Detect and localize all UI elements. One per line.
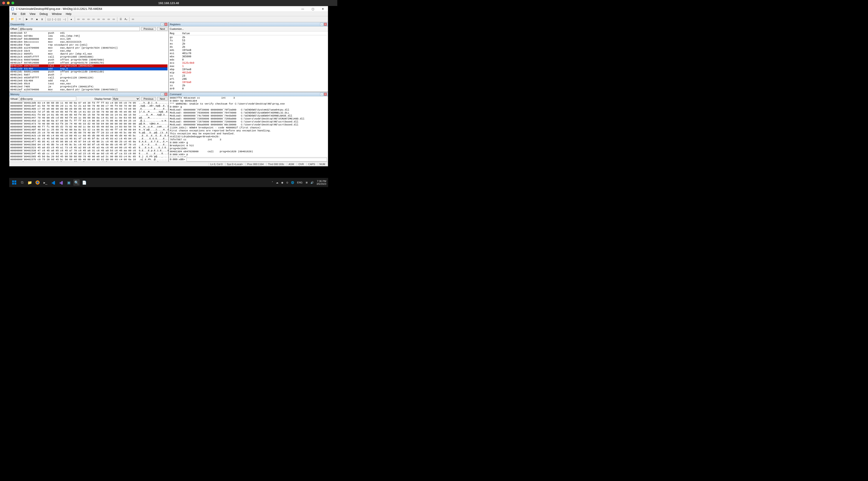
disasm-line[interactable]: 004013ca 6860704000 push offset prog+0x7…	[10, 58, 167, 61]
window-maximize-button[interactable]: ▢	[308, 6, 318, 12]
disasm-line[interactable]: 004013c5 e836fcffff call prog+0x1000 (00…	[10, 56, 167, 58]
tray-steam-icon[interactable]: ◉	[281, 181, 283, 184]
menu-window[interactable]: Window	[50, 12, 63, 16]
window-minimize-button[interactable]: —	[298, 6, 308, 12]
register-row[interactable]: edx0	[170, 58, 327, 61]
disasm-line[interactable]: 004013ab 57 push edi	[10, 32, 167, 35]
disasm-line[interactable]: 004013b9 f3ab rep stosdword ptr es:[edi]	[10, 43, 167, 47]
window-close-button[interactable]: ✕	[318, 6, 328, 12]
tray-chevron-icon[interactable]: ˄	[272, 181, 273, 184]
toolbar-stop-icon[interactable]: ■	[35, 17, 39, 22]
menu-help[interactable]: Help	[64, 12, 73, 16]
start-button[interactable]	[11, 179, 18, 186]
menu-file[interactable]: File	[10, 12, 18, 16]
toolbar-step-out-icon[interactable]: {↑}	[57, 17, 61, 22]
register-row[interactable]: gs2b	[170, 36, 327, 39]
pane-menu-icon[interactable]: ▫	[320, 23, 323, 26]
vscode-icon[interactable]	[50, 179, 56, 186]
disasm-line[interactable]: 004013dc 68d0114000 push offset prog+0x1…	[10, 70, 167, 73]
tray-network-icon[interactable]: 🖥	[305, 181, 308, 184]
windbg-taskbar-icon[interactable]: 🔍	[73, 179, 80, 186]
tray-security-icon[interactable]: ⊙	[286, 181, 288, 184]
disasm-previous-button[interactable]: Previous	[141, 27, 156, 31]
pane-menu-icon[interactable]: ▫	[320, 93, 323, 96]
register-row[interactable]: eax1	[170, 65, 327, 68]
windows-taskbar[interactable]: ⧉ 📁 ▸_ ▣ 🔍 📄 ˄ ☁ ◉ ⊙ 🌐 ENG 🖥 🔊 7:36 PM 3…	[9, 178, 328, 187]
register-row[interactable]: ecx3125c9b9	[170, 61, 327, 65]
disasm-line[interactable]: 004013bb a124704000 mov eax,dword ptr [p…	[10, 47, 167, 50]
pane-close-icon[interactable]: ✕	[324, 23, 327, 26]
toolbar-break-icon[interactable]: ⏸	[40, 17, 44, 22]
toolbar-registers-window-icon[interactable]: ▭	[91, 17, 96, 22]
toolbar-locals-window-icon[interactable]: ▭	[86, 17, 91, 22]
register-row[interactable]: ebx365000	[170, 55, 327, 58]
app-icon-1[interactable]: ▣	[65, 179, 72, 186]
toolbar-restart-icon[interactable]: ⟳	[30, 17, 34, 22]
disasm-line[interactable]: 004013e3 e838fdffff call prog+0x1120 (00…	[10, 76, 167, 79]
pane-menu-icon[interactable]: ▫	[161, 93, 164, 96]
disasm-line[interactable]: 004013eb 85c0 test eax,eax	[10, 82, 167, 85]
register-row[interactable]: dr00	[170, 87, 327, 90]
menu-edit[interactable]: Edit	[19, 12, 27, 16]
offset-input[interactable]	[19, 27, 140, 31]
register-row[interactable]: esi401cf0	[170, 52, 327, 55]
notepad-icon[interactable]: 📄	[81, 179, 88, 186]
disasm-line[interactable]: 004013ef a158704000 mov eax,dword ptr [p…	[10, 88, 167, 91]
register-row[interactable]: efl246	[170, 78, 327, 81]
tray-globe-icon[interactable]: 🌐	[291, 181, 294, 184]
disasm-line[interactable]: 004013b4 b8cccccccc mov eax,0CCCCCCCCh	[10, 40, 167, 43]
toolbar-go-icon[interactable]: ▶	[25, 17, 29, 22]
command-input[interactable]	[187, 158, 327, 161]
register-row[interactable]: fs53	[170, 39, 327, 42]
terminal-icon[interactable]: ▸_	[42, 179, 49, 186]
toolbar-callstack-window-icon[interactable]: ▭	[101, 17, 106, 22]
toolbar-disassembly-window-icon[interactable]: ▭	[106, 17, 111, 22]
task-view-icon[interactable]: ⧉	[19, 179, 25, 186]
toolbar-breakpoint-icon[interactable]: ●	[69, 17, 73, 22]
toolbar-command-window-icon[interactable]: ▭	[76, 17, 81, 22]
file-explorer-icon[interactable]: 📁	[27, 179, 33, 186]
customize-link[interactable]: Customize...	[170, 28, 184, 30]
toolbar-watch-window-icon[interactable]: ▭	[81, 17, 86, 22]
disasm-line[interactable]: 004013ed 7405 je prog+0x13f4 (004013f4)	[10, 85, 167, 88]
pane-close-icon[interactable]: ✕	[164, 23, 167, 26]
disasm-line[interactable]: 004013cf 6870514000 push offset prog+0x5…	[10, 61, 167, 64]
register-row[interactable]: eip4013d9	[170, 71, 327, 74]
disasm-line[interactable]: 004013c0 33c5 xor eax,ebp	[10, 50, 167, 53]
toolbar-font-icon[interactable]: Aₐ	[124, 17, 128, 22]
disasm-line[interactable]: 004013ac 8d7d8c lea edi,[ebp-74h]	[10, 35, 167, 38]
disassembly-listing[interactable]: 004013ab 57 push edi004013ac 8d7d8c lea …	[9, 31, 168, 92]
virtual-input[interactable]	[19, 97, 76, 101]
toolbar-step-over-icon[interactable]: {→}	[52, 17, 56, 22]
pane-menu-icon[interactable]: ▫	[161, 23, 164, 26]
pane-close-icon[interactable]: ✕	[164, 93, 167, 96]
tray-volume-icon[interactable]: 🔊	[310, 181, 314, 184]
mac-close-button[interactable]	[2, 2, 5, 4]
mac-maximize-button[interactable]	[11, 2, 14, 4]
tray-clock[interactable]: 7:36 PM 3/5/2023	[316, 180, 326, 185]
tray-language[interactable]: ENG	[297, 181, 303, 184]
menu-debug[interactable]: Debug	[38, 12, 50, 16]
disasm-line[interactable]: 004013f4 2d11415221 sub eax,21524111h	[10, 91, 167, 92]
toolbar-open-icon[interactable]: 📂	[10, 17, 15, 22]
toolbar-cut-icon[interactable]: ✂	[18, 17, 22, 22]
register-row[interactable]: edi19fee8	[170, 49, 327, 52]
disasm-line[interactable]: 004013af b91d000000 mov ecx,1Dh	[10, 38, 167, 40]
toolbar-scratch-window-icon[interactable]: ▭	[112, 17, 116, 22]
pane-close-icon[interactable]: ✕	[324, 93, 327, 96]
memory-next-button[interactable]: Next	[157, 97, 167, 101]
menu-view[interactable]: View	[28, 12, 37, 16]
display-format-select[interactable]: Byte	[112, 97, 140, 101]
toolbar-step-into-icon[interactable]: {↓}	[47, 17, 51, 22]
memory-previous-button[interactable]: Previous	[141, 97, 156, 101]
disasm-line[interactable]: 004013d4 e847020000 call prog+0x1620 (00…	[10, 64, 167, 67]
toolbar-run-to-icon[interactable]: →|	[62, 17, 66, 22]
register-row[interactable]: ss2b	[170, 84, 327, 87]
toolbar-memory-window-icon[interactable]: ▭	[96, 17, 101, 22]
command-output[interactable]: 00007ff8`4dcacea4 cc int 3 0:000> bp 004…	[169, 96, 328, 157]
register-row[interactable]: esp19fda0	[170, 81, 327, 84]
toolbar-options-icon[interactable]: ▭	[131, 17, 135, 22]
disasm-line[interactable]: 004013c2 8945fc mov dword ptr [ebp-4],ea…	[10, 53, 167, 56]
register-row[interactable]: cs23	[170, 74, 327, 78]
disasm-line[interactable]: 004013e8 83c408 add esp,8	[10, 79, 167, 82]
